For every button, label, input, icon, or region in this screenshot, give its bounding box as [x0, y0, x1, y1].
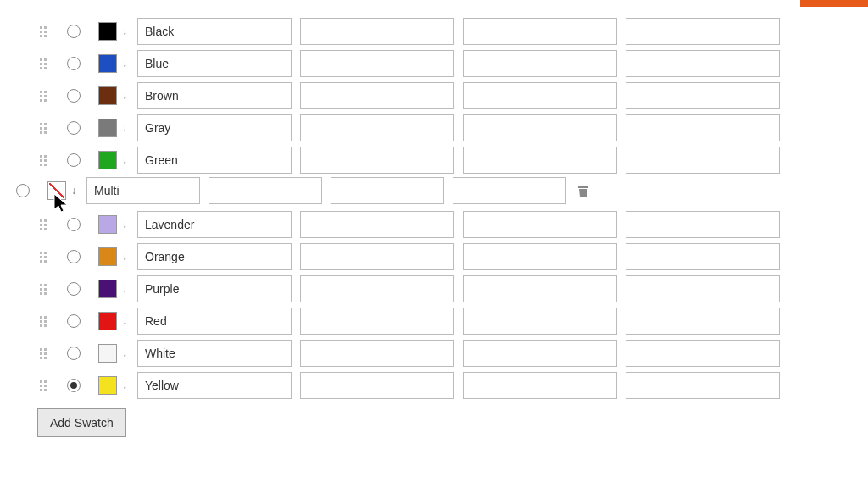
swatch-color-chip[interactable]: [47, 181, 66, 200]
is-default-radio[interactable]: [67, 57, 81, 70]
delete-swatch-icon[interactable]: [575, 182, 592, 199]
swatch-store-label-input[interactable]: [626, 114, 780, 141]
drag-handle-icon[interactable]: [37, 247, 49, 266]
swatch-store-label-input[interactable]: [453, 177, 566, 204]
swatch-color-chip[interactable]: [98, 119, 117, 137]
swatch-store-label-input[interactable]: [463, 211, 617, 238]
is-default-radio[interactable]: [67, 250, 81, 263]
drag-handle-icon[interactable]: [37, 280, 49, 298]
swatch-store-label-input[interactable]: [463, 50, 617, 77]
chevron-down-icon[interactable]: ↓: [120, 215, 129, 234]
is-default-radio[interactable]: [67, 121, 81, 135]
swatch-options-grid: ↓↓↓↓↓↓↓↓↓↓↓↓ Add Swatch Advanced Attribu…: [0, 0, 868, 488]
is-default-radio[interactable]: [67, 153, 81, 167]
swatch-store-label-input[interactable]: [463, 18, 617, 45]
swatch-admin-label-input[interactable]: [137, 82, 292, 109]
swatch-store-label-input[interactable]: [463, 243, 617, 270]
swatch-admin-label-input[interactable]: [137, 308, 292, 335]
swatch-store-label-input[interactable]: [626, 50, 780, 77]
swatch-admin-label-input[interactable]: [137, 114, 292, 141]
is-default-radio[interactable]: [16, 184, 30, 197]
drag-handle-icon[interactable]: [37, 344, 49, 363]
swatch-color-chip[interactable]: [98, 86, 117, 105]
drag-handle-icon[interactable]: [37, 54, 49, 73]
swatch-admin-label-input[interactable]: [137, 50, 292, 77]
swatch-store-label-input[interactable]: [300, 114, 454, 141]
swatch-store-label-input[interactable]: [463, 147, 617, 174]
swatch-admin-label-input[interactable]: [137, 243, 292, 270]
swatch-store-label-input[interactable]: [463, 372, 617, 399]
swatch-store-label-input[interactable]: [463, 275, 617, 302]
swatch-row: ↓: [37, 112, 868, 144]
swatch-admin-label-input[interactable]: [137, 275, 292, 302]
swatch-store-label-input[interactable]: [300, 18, 454, 45]
swatch-store-label-input[interactable]: [300, 275, 454, 302]
swatch-store-label-input[interactable]: [300, 340, 454, 367]
chevron-down-icon[interactable]: ↓: [120, 54, 129, 73]
chevron-down-icon[interactable]: ↓: [70, 181, 78, 200]
swatch-store-label-input[interactable]: [209, 177, 322, 204]
swatch-color-chip[interactable]: [98, 312, 117, 330]
swatch-color-chip[interactable]: [98, 344, 117, 363]
swatch-color-chip[interactable]: [98, 22, 117, 41]
swatch-color-chip[interactable]: [98, 376, 117, 395]
swatch-admin-label-input[interactable]: [137, 18, 292, 45]
swatch-store-label-input[interactable]: [626, 243, 780, 270]
chevron-down-icon[interactable]: ↓: [120, 86, 129, 105]
swatch-store-label-input[interactable]: [626, 372, 780, 399]
swatch-color-chip[interactable]: [98, 280, 117, 298]
chevron-down-icon[interactable]: ↓: [120, 151, 129, 169]
swatch-color-chip[interactable]: [98, 151, 117, 169]
drag-handle-icon[interactable]: [37, 151, 49, 169]
chevron-down-icon[interactable]: ↓: [120, 344, 129, 363]
chevron-down-icon[interactable]: ↓: [120, 22, 129, 41]
swatch-row: ↓: [37, 241, 868, 273]
is-default-radio[interactable]: [67, 347, 81, 360]
swatch-store-label-input[interactable]: [626, 147, 780, 174]
chevron-down-icon[interactable]: ↓: [120, 119, 129, 137]
swatch-store-label-input[interactable]: [300, 211, 454, 238]
chevron-down-icon[interactable]: ↓: [120, 280, 129, 298]
chevron-down-icon[interactable]: ↓: [120, 247, 129, 266]
swatch-store-label-input[interactable]: [300, 372, 454, 399]
swatch-store-label-input[interactable]: [626, 340, 780, 367]
swatch-store-label-input[interactable]: [300, 147, 454, 174]
swatch-store-label-input[interactable]: [626, 82, 780, 109]
chevron-down-icon[interactable]: ↓: [120, 312, 129, 330]
swatch-store-label-input[interactable]: [331, 177, 444, 204]
swatch-store-label-input[interactable]: [300, 82, 454, 109]
is-default-radio[interactable]: [67, 89, 81, 103]
swatch-admin-label-input[interactable]: [137, 211, 292, 238]
drag-handle-icon[interactable]: [37, 376, 49, 395]
swatch-admin-label-input[interactable]: [86, 177, 200, 204]
swatch-admin-label-input[interactable]: [137, 147, 292, 174]
swatch-store-label-input[interactable]: [300, 243, 454, 270]
drag-handle-icon[interactable]: [37, 119, 49, 137]
swatch-color-chip[interactable]: [98, 215, 117, 234]
swatch-store-label-input[interactable]: [626, 18, 780, 45]
swatch-store-label-input[interactable]: [463, 340, 617, 367]
drag-handle-icon[interactable]: [37, 312, 49, 330]
is-default-radio[interactable]: [67, 25, 81, 38]
add-swatch-button[interactable]: Add Swatch: [37, 408, 126, 437]
chevron-down-icon[interactable]: ↓: [120, 376, 129, 395]
swatch-color-chip[interactable]: [98, 54, 117, 73]
swatch-store-label-input[interactable]: [300, 50, 454, 77]
swatch-store-label-input[interactable]: [626, 308, 780, 335]
swatch-admin-label-input[interactable]: [137, 372, 292, 399]
swatch-store-label-input[interactable]: [463, 114, 617, 141]
swatch-store-label-input[interactable]: [300, 308, 454, 335]
swatch-store-label-input[interactable]: [463, 308, 617, 335]
swatch-store-label-input[interactable]: [463, 82, 617, 109]
drag-handle-icon[interactable]: [37, 86, 49, 105]
swatch-color-chip[interactable]: [98, 247, 117, 266]
swatch-admin-label-input[interactable]: [137, 340, 292, 367]
is-default-radio[interactable]: [67, 282, 81, 296]
drag-handle-icon[interactable]: [37, 22, 49, 41]
is-default-radio[interactable]: [67, 218, 81, 231]
swatch-store-label-input[interactable]: [626, 275, 780, 302]
drag-handle-icon[interactable]: [37, 215, 49, 234]
is-default-radio[interactable]: [67, 379, 81, 392]
is-default-radio[interactable]: [67, 314, 81, 328]
swatch-store-label-input[interactable]: [626, 211, 780, 238]
